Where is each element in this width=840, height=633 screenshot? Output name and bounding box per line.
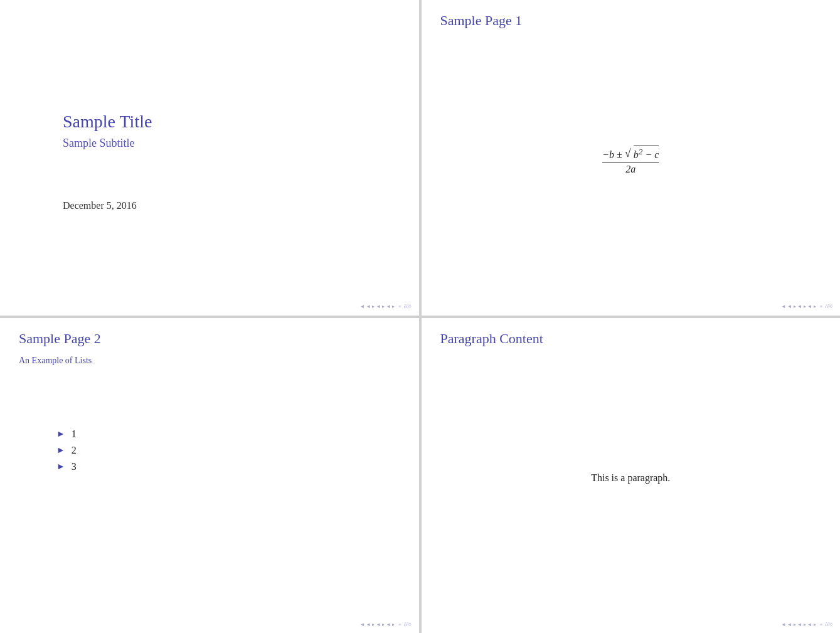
nav-sep: ≡ [396,304,401,309]
slide-1-content: Sample Title Sample Subtitle December 5,… [0,0,419,298]
nav-sep: ≡ [396,622,401,627]
nav-left-icon[interactable]: ◄ [781,622,786,627]
list-item: ► 2 [56,445,400,456]
nav-icon: ▸ [794,622,796,627]
formula-fraction: −b ± √ b2 − c 2a [602,146,659,175]
bullet-icon-2: ► [56,445,65,455]
nav-left-icon[interactable]: ◄ [359,622,364,627]
bullet-icon-3: ► [56,462,65,472]
bullet-list: ► 1 ► 2 ► 3 [19,428,400,477]
paragraph-title: Paragraph Content [440,331,822,347]
list-item: ► 1 [56,428,400,440]
nav-icon: ◄ [366,622,371,627]
nav-sep: ≡ [817,622,823,627]
page-2-subtitle: An Example of Lists [19,356,400,366]
nav-end: ∂∂◊ [403,304,412,309]
nav-icon: ▸ [382,304,385,309]
nav-icon: ▸ [392,622,395,627]
list-item-text-2: 2 [72,445,77,456]
slide-math: Sample Page 1 −b ± √ b2 − c 2a ◄ ◄ ▸ [422,0,841,316]
nav-icon: ▸ [382,622,385,627]
nav-icon: ◄ [797,304,802,309]
nav-icon: ◄ [376,304,381,309]
nav-icon: ◄ [366,304,371,309]
nav-icon: ▸ [804,304,806,309]
nav-icon: ◄ [807,304,812,309]
quadratic-formula: −b ± √ b2 − c 2a [602,146,659,175]
nav-icon: ◄ [386,304,391,309]
paragraph-display-area: This is a paragraph. [440,353,822,604]
nav-icon: ▸ [372,622,375,627]
slide-paragraph: Paragraph Content This is a paragraph. ◄… [422,318,841,634]
slide-4-footer: ◄ ◄ ▸ ◄ ▸ ◄ ▸ ≡ ∂∂◊ [422,615,841,633]
nav-icon: ◄ [376,622,381,627]
nav-left-icon[interactable]: ◄ [781,304,786,309]
slide-4-content: Paragraph Content This is a paragraph. [422,318,841,616]
list-item-text-1: 1 [72,428,77,440]
nav-icon: ▸ [814,304,816,309]
page-2-title: Sample Page 2 [19,331,400,347]
page-1-title: Sample Page 1 [440,13,822,29]
list-item-text-3: 3 [72,461,77,472]
slide-2-footer: ◄ ◄ ▸ ◄ ▸ ◄ ▸ ≡ ∂∂◊ [422,298,841,316]
slide-3-content: Sample Page 2 An Example of Lists ► 1 ► … [0,318,419,616]
slide-3-footer: ◄ ◄ ▸ ◄ ▸ ◄ ▸ ≡ ∂∂◊ [0,615,419,633]
nav-icon: ▸ [392,304,395,309]
nav-icon: ▸ [804,622,806,627]
main-title: Sample Title [63,112,152,132]
nav-sep: ≡ [817,304,823,309]
list-item: ► 3 [56,461,400,472]
slide-title: Sample Title Sample Subtitle December 5,… [0,0,419,316]
slide-list: Sample Page 2 An Example of Lists ► 1 ► … [0,318,419,634]
math-display-area: −b ± √ b2 − c 2a [440,35,822,285]
nav-controls-3: ◄ ◄ ▸ ◄ ▸ ◄ ▸ ≡ ∂∂◊ [359,622,411,627]
nav-controls-2: ◄ ◄ ▸ ◄ ▸ ◄ ▸ ≡ ∂∂◊ [781,304,832,309]
nav-icon: ◄ [797,622,802,627]
nav-left-icon[interactable]: ◄ [359,304,364,309]
nav-controls-4: ◄ ◄ ▸ ◄ ▸ ◄ ▸ ≡ ∂∂◊ [781,622,832,627]
slide-2-content: Sample Page 1 −b ± √ b2 − c 2a [422,0,841,298]
nav-icon: ◄ [787,304,792,309]
nav-controls-1: ◄ ◄ ▸ ◄ ▸ ◄ ▸ ≡ ∂∂◊ [359,304,411,309]
nav-icon: ▸ [814,622,816,627]
presentation-date: December 5, 2016 [63,200,137,211]
bullet-icon-1: ► [56,429,65,439]
nav-icon: ◄ [807,622,812,627]
main-subtitle: Sample Subtitle [63,137,135,150]
formula-denominator: 2a [602,164,659,175]
nav-icon: ◄ [386,622,391,627]
nav-icon: ◄ [787,622,792,627]
nav-icon: ▸ [372,304,375,309]
nav-icon: ▸ [794,304,796,309]
nav-end: ∂∂◊ [403,622,412,627]
slide-1-footer: ◄ ◄ ▸ ◄ ▸ ◄ ▸ ≡ ∂∂◊ [0,298,419,316]
paragraph-body: This is a paragraph. [591,472,670,484]
formula-numerator: −b ± √ b2 − c [602,146,659,162]
nav-end: ∂∂◊ [824,304,832,309]
nav-end: ∂∂◊ [824,622,832,627]
